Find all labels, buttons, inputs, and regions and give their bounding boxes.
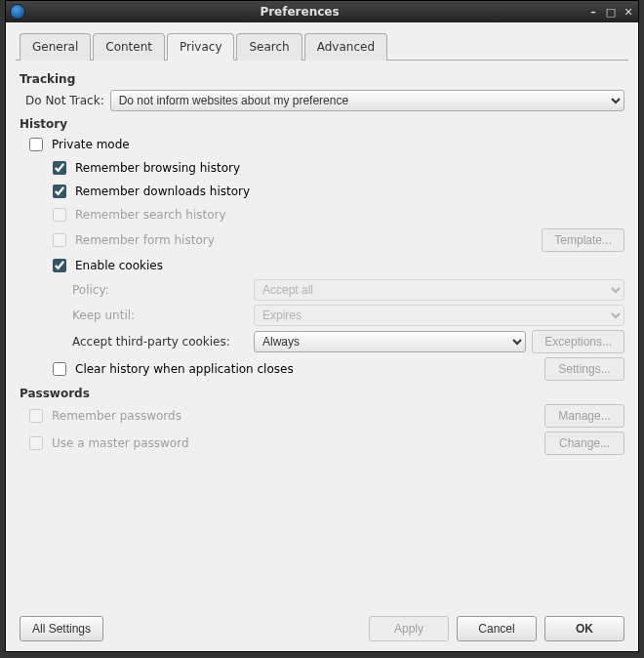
bottom-bar: All Settings Apply Cancel OK: [16, 610, 628, 641]
tab-general[interactable]: General: [20, 33, 91, 61]
tab-advanced[interactable]: Advanced: [304, 33, 387, 61]
remember-passwords-checkbox: [29, 409, 43, 423]
private-mode-checkbox[interactable]: [29, 138, 43, 151]
apply-button: Apply: [369, 616, 449, 641]
cancel-button[interactable]: Cancel: [457, 616, 537, 641]
remember-browsing-checkbox[interactable]: [53, 161, 66, 175]
exceptions-button: Exceptions...: [532, 330, 624, 353]
policy-label: Policy:: [72, 283, 248, 297]
clear-on-close-label: Clear history when application closes: [75, 362, 294, 376]
titlebar: Preferences – □ ✕: [6, 1, 638, 22]
all-settings-button[interactable]: All Settings: [20, 616, 103, 641]
keep-until-select: Expires: [254, 305, 624, 326]
private-mode-label: Private mode: [52, 138, 130, 151]
remember-form-label: Remember form history: [75, 233, 215, 247]
tracking-heading: Tracking: [20, 72, 624, 86]
policy-select: Accept all: [254, 279, 624, 301]
maximize-button[interactable]: □: [605, 6, 617, 19]
tab-privacy[interactable]: Privacy: [167, 33, 234, 61]
close-button[interactable]: ✕: [623, 6, 634, 19]
remember-downloads-label: Remember downloads history: [75, 185, 250, 198]
preferences-window: Preferences – □ ✕ General Content Privac…: [5, 0, 639, 652]
remember-search-label: Remember search history: [75, 208, 226, 222]
remember-form-checkbox: [53, 233, 66, 247]
do-not-track-select[interactable]: Do not inform websites about my preferen…: [110, 90, 624, 111]
clear-on-close-checkbox[interactable]: [53, 362, 66, 376]
enable-cookies-label: Enable cookies: [75, 259, 163, 272]
content-area: General Content Privacy Search Advanced …: [6, 22, 638, 651]
remember-downloads-checkbox[interactable]: [53, 185, 66, 198]
enable-cookies-checkbox[interactable]: [53, 259, 66, 272]
manage-passwords-button: Manage...: [544, 404, 624, 428]
window-title: Preferences: [12, 5, 587, 19]
ok-button[interactable]: OK: [544, 616, 624, 641]
remember-passwords-label: Remember passwords: [52, 409, 181, 423]
passwords-heading: Passwords: [20, 387, 624, 400]
history-heading: History: [20, 117, 624, 131]
tab-search[interactable]: Search: [236, 33, 302, 61]
tab-content[interactable]: Content: [93, 33, 165, 61]
tab-strip: General Content Privacy Search Advanced: [16, 32, 628, 61]
remember-browsing-label: Remember browsing history: [75, 161, 240, 175]
template-button: Template...: [542, 228, 624, 252]
third-party-cookies-select[interactable]: Always: [254, 331, 526, 352]
master-password-label: Use a master password: [52, 436, 189, 450]
third-party-cookies-label: Accept third-party cookies:: [72, 335, 248, 349]
remember-search-checkbox: [53, 208, 66, 222]
master-password-checkbox: [29, 436, 43, 450]
minimize-button[interactable]: –: [587, 6, 599, 19]
keep-until-label: Keep until:: [72, 308, 248, 322]
privacy-panel: Tracking Do Not Track: Do not inform web…: [16, 61, 628, 610]
do-not-track-label: Do Not Track:: [25, 94, 104, 107]
settings-button: Settings...: [544, 357, 624, 381]
change-password-button: Change...: [544, 432, 624, 455]
